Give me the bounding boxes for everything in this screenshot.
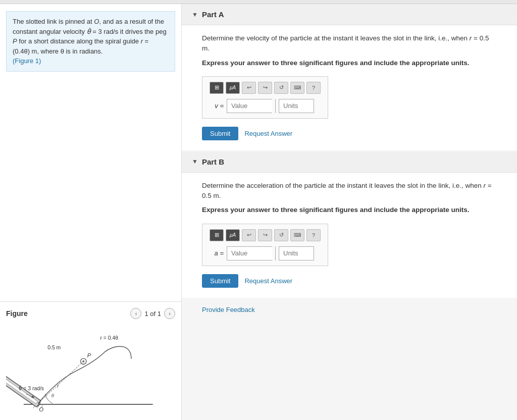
feedback-link[interactable]: Provide Feedback (182, 299, 517, 321)
right-panel: ▼ Part A Determine the velocity of the p… (182, 4, 517, 420)
part-b-input-separator (275, 246, 276, 260)
part-a-input-label: v = (210, 102, 224, 110)
part-a-question: Determine the velocity of the particle a… (202, 33, 497, 54)
matrix-btn-b[interactable]: ⊞ (210, 229, 224, 241)
figure-canvas: O P (6, 323, 175, 414)
redo-btn-a[interactable]: ↪ (258, 82, 272, 94)
help-btn-a[interactable]: ? (306, 82, 321, 94)
svg-text:r: r (57, 383, 59, 389)
part-a-title: Part A (202, 10, 224, 19)
part-b-section: ▼ Part B Determine the acceleration of t… (182, 151, 517, 298)
part-a-content: Determine the velocity of the particle a… (182, 25, 517, 150)
part-a-input-separator (275, 99, 276, 113)
part-a-section: ▼ Part A Determine the velocity of the p… (182, 4, 517, 150)
refresh-btn-a[interactable]: ↺ (274, 82, 288, 94)
figure-link[interactable]: (Figure 1) (13, 57, 41, 65)
figure-title: Figure (6, 309, 28, 318)
part-a-answer-box: ⊞ μA ↩ ↪ ↺ ⌨ ? v = (202, 76, 328, 119)
part-a-request-answer-link[interactable]: Request Answer (244, 130, 292, 137)
part-a-arrow: ▼ (192, 11, 198, 18)
kbd-btn-a[interactable]: ⌨ (290, 82, 304, 94)
figure-prev-btn[interactable]: ‹ (130, 308, 141, 319)
left-panel: The slotted link is pinned at O, and as … (0, 4, 182, 420)
part-b-arrow: ▼ (192, 158, 198, 165)
part-b-input-row: a = (210, 246, 321, 260)
svg-text:r = 0.4θ: r = 0.4θ (100, 335, 118, 341)
part-a-header: ▼ Part A (182, 4, 517, 25)
problem-statement: The slotted link is pinned at O, and as … (6, 11, 175, 72)
part-a-toolbar: ⊞ μA ↩ ↪ ↺ ⌨ ? (210, 82, 321, 94)
svg-text:O: O (39, 406, 43, 412)
kbd-btn-b[interactable]: ⌨ (290, 229, 304, 241)
matrix-btn-a[interactable]: ⊞ (210, 82, 224, 94)
refresh-btn-b[interactable]: ↺ (274, 229, 288, 241)
figure-nav-text: 1 of 1 (144, 310, 161, 318)
figure-nav: ‹ 1 of 1 › (130, 308, 175, 319)
part-b-instruction: Express your answer to three significant… (202, 205, 497, 215)
undo-btn-b[interactable]: ↩ (242, 229, 256, 241)
undo-btn-a[interactable]: ↩ (242, 82, 256, 94)
svg-text:0.5 m: 0.5 m (47, 345, 61, 350)
figure-svg: O P (6, 323, 175, 414)
top-bar (0, 0, 517, 4)
svg-line-12 (38, 361, 83, 403)
part-b-answer-box: ⊞ μA ↩ ↪ ↺ ⌨ ? a = (202, 224, 328, 266)
svg-text:θ̇ = 3 rad/s: θ̇ = 3 rad/s (19, 385, 44, 391)
redo-btn-b[interactable]: ↪ (258, 229, 272, 241)
problem-text: The slotted link is pinned at O, and as … (13, 18, 167, 55)
part-b-title: Part B (202, 158, 224, 166)
part-b-value-input[interactable] (227, 246, 272, 260)
part-a-input-row: v = (210, 99, 321, 113)
part-a-instruction: Express your answer to three significant… (202, 58, 497, 68)
part-b-toolbar: ⊞ μA ↩ ↪ ↺ ⌨ ? (210, 229, 321, 241)
mu-btn-a[interactable]: μA (226, 82, 240, 94)
part-b-content: Determine the acceleration of the partic… (182, 173, 517, 298)
part-b-action-row: Submit Request Answer (202, 274, 497, 288)
part-a-action-row: Submit Request Answer (202, 127, 497, 140)
part-a-units-input[interactable] (279, 99, 314, 113)
part-a-submit-btn[interactable]: Submit (202, 127, 238, 140)
help-btn-b[interactable]: ? (306, 229, 321, 241)
part-b-units-input[interactable] (279, 246, 314, 260)
part-b-input-label: a = (210, 249, 224, 257)
figure-header: Figure ‹ 1 of 1 › (6, 308, 175, 319)
part-b-question: Determine the acceleration of the partic… (202, 181, 497, 201)
main-layout: The slotted link is pinned at O, and as … (0, 4, 517, 420)
svg-text:P: P (87, 352, 91, 358)
mu-btn-b[interactable]: μA (226, 229, 240, 241)
svg-text:θ: θ (51, 393, 55, 398)
part-a-value-input[interactable] (227, 99, 272, 113)
part-b-submit-btn[interactable]: Submit (202, 274, 238, 288)
figure-section: Figure ‹ 1 of 1 › (0, 301, 181, 420)
figure-next-btn[interactable]: › (164, 308, 175, 319)
part-b-header: ▼ Part B (182, 151, 517, 173)
part-b-request-answer-link[interactable]: Request Answer (244, 277, 292, 285)
